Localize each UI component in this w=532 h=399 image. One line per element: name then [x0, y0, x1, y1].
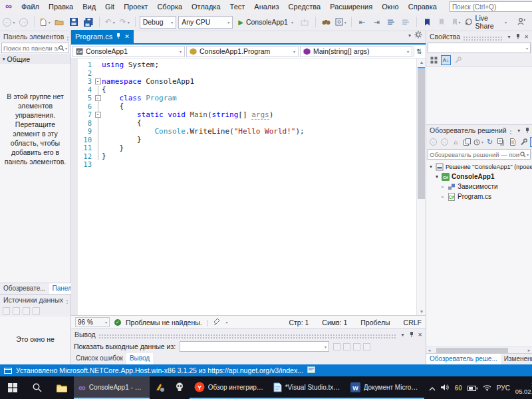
- back-icon[interactable]: ←: [428, 137, 438, 147]
- previous-bookmark-icon[interactable]: [436, 15, 448, 29]
- tree-item-csfile[interactable]: ▹C#Program.cs: [426, 192, 532, 201]
- menu-item-8[interactable]: Анализ: [249, 1, 283, 12]
- menu-item-7[interactable]: Тест: [225, 1, 250, 12]
- configure-data-source-icon[interactable]: [23, 307, 30, 315]
- clock[interactable]: 17:31 05.02.2023: [515, 380, 532, 395]
- problems-status[interactable]: Проблемы не найдены.: [126, 319, 202, 327]
- language-indicator[interactable]: РУС: [497, 384, 510, 392]
- taskbar-task-visual-studio[interactable]: ∞ConsoleApp1 - Mic...: [74, 376, 150, 399]
- horizontal-scrollbar[interactable]: ◂ ▸: [426, 346, 532, 353]
- new-file-icon[interactable]: ▾: [39, 15, 51, 29]
- file-explorer-icon[interactable]: [49, 376, 74, 399]
- uncomment-selection-icon[interactable]: [400, 15, 412, 29]
- toggle-bookmark-icon[interactable]: [421, 15, 434, 29]
- scroll-right-icon[interactable]: ▸: [526, 348, 532, 353]
- code-line-7[interactable]: 7- static void Main(string[] args): [78, 110, 416, 119]
- fold-collapse-icon[interactable]: -: [95, 78, 101, 84]
- code-editor[interactable]: 1using System;23-namespace ConsoleApp14{…: [71, 59, 426, 315]
- solution-platform-dropdown[interactable]: Any CPU▾: [178, 16, 233, 29]
- fold-collapse-icon[interactable]: -: [95, 95, 101, 101]
- pin-icon[interactable]: [513, 33, 522, 41]
- quick-search-box[interactable]: [450, 1, 532, 12]
- menu-item-3[interactable]: Git: [100, 1, 119, 12]
- editor-vertical-scrollbar[interactable]: ▴ ▾: [416, 59, 426, 315]
- code-line-6[interactable]: 6 {: [78, 102, 416, 111]
- drag-handle[interactable]: [66, 36, 69, 41]
- background-task-icon[interactable]: [307, 366, 315, 374]
- member-dropdown[interactable]: Main(string[] args)▾: [300, 46, 412, 57]
- output-source-dropdown[interactable]: ▾: [180, 341, 329, 352]
- window-options-icon[interactable]: ▾: [515, 126, 523, 135]
- drag-handle[interactable]: [463, 36, 502, 41]
- tree-item-dependencies[interactable]: ▹Зависимости: [426, 182, 532, 192]
- chevron-down-icon[interactable]: ▾: [408, 33, 411, 39]
- scroll-down-icon[interactable]: ▾: [417, 309, 426, 315]
- pending-changes-filter-icon[interactable]: ▾: [473, 137, 483, 147]
- taskbar-search-icon[interactable]: [25, 376, 49, 399]
- tree-item-csproj[interactable]: ▾C#ConsoleApp1: [426, 172, 532, 182]
- find-options-icon[interactable]: ▾: [334, 15, 347, 29]
- spaces-indicator[interactable]: Пробелы: [360, 319, 390, 327]
- fold-collapse-icon[interactable]: -: [95, 112, 101, 118]
- refresh-data-source-icon[interactable]: [33, 307, 40, 315]
- word-wrap-icon[interactable]: [363, 343, 370, 350]
- start-button[interactable]: [0, 376, 25, 399]
- volume-icon[interactable]: [441, 382, 450, 394]
- chevron-collapsed-icon[interactable]: ▹: [440, 184, 446, 190]
- toolbox-search-box[interactable]: ▾: [1, 43, 69, 53]
- menu-item-4[interactable]: Проект: [119, 1, 152, 12]
- scrollbar-thumb[interactable]: [418, 69, 425, 199]
- gear-icon[interactable]: [414, 29, 422, 41]
- toolbox-group-general[interactable]: ▾ Общие: [0, 54, 70, 64]
- fold-gutter[interactable]: -: [94, 110, 102, 119]
- alphabetical-sort-icon[interactable]: A↓: [441, 55, 451, 65]
- indent-increase-icon[interactable]: ⇥: [370, 15, 383, 29]
- chevron-collapsed-icon[interactable]: ▹: [440, 194, 446, 200]
- code-line-9[interactable]: 9 Console.WriteLine("Hello World!");: [78, 127, 416, 136]
- code-cleanup-icon[interactable]: [213, 318, 220, 327]
- previous-message-icon[interactable]: [333, 343, 340, 350]
- navigate-back-icon[interactable]: ←▾: [3, 15, 15, 29]
- cursor-line-indicator[interactable]: Стр: 1: [289, 319, 309, 327]
- menu-item-1[interactable]: Правка: [44, 1, 78, 12]
- taskbar-task-tool[interactable]: [150, 376, 170, 399]
- tree-item-solution[interactable]: ▾Решение "ConsoleApp1" (проекты: 1 из 1): [426, 162, 532, 172]
- taskbar-task-skull[interactable]: [170, 376, 190, 399]
- properties-wrench-icon[interactable]: [519, 137, 529, 147]
- taskbar-task-notepad[interactable]: *Visual Studio.txt - ...: [269, 376, 346, 399]
- battery-icon[interactable]: [467, 382, 477, 394]
- solution-explorer-title-bar[interactable]: Обозреватель решений ▾ ✕: [426, 125, 532, 136]
- code-line-5[interactable]: 5- class Program: [78, 94, 416, 102]
- close-icon[interactable]: ✕: [416, 331, 424, 339]
- wrench-icon[interactable]: [453, 55, 463, 65]
- find-in-files-icon[interactable]: [320, 15, 332, 29]
- show-all-files-icon[interactable]: [507, 137, 517, 147]
- pin-icon[interactable]: [407, 331, 416, 339]
- type-dropdown[interactable]: ConsoleApp1.Program▾: [186, 46, 299, 57]
- code-line-2[interactable]: 2: [78, 69, 416, 78]
- network-icon[interactable]: [483, 382, 491, 394]
- tab-program-cs[interactable]: Program.cs ✕: [71, 30, 134, 43]
- code-line-13[interactable]: 13: [78, 160, 416, 169]
- comment-selection-icon[interactable]: [385, 15, 398, 29]
- output-tab-1[interactable]: Вывод: [126, 353, 153, 364]
- quick-search-input[interactable]: [452, 3, 532, 11]
- taskbar-task-yandex[interactable]: YОбзор интегриров...: [190, 376, 269, 399]
- code-line-8[interactable]: 8 {: [78, 119, 416, 128]
- close-icon[interactable]: ✕: [124, 33, 130, 40]
- right-tab-0[interactable]: Обозреватель реше...: [426, 354, 501, 364]
- left-tab-0[interactable]: Обозревате...: [0, 283, 49, 294]
- solution-configuration-dropdown[interactable]: Debug▾: [140, 16, 177, 29]
- project-dropdown[interactable]: C# ConsoleApp1▾: [72, 46, 185, 57]
- indent-decrease-icon[interactable]: ⇤: [356, 15, 368, 29]
- navigate-forward-icon[interactable]: →: [17, 15, 30, 29]
- battery-percent[interactable]: 60: [455, 384, 462, 392]
- menu-item-0[interactable]: Файл: [17, 1, 44, 12]
- scroll-left-icon[interactable]: ◂: [426, 348, 432, 353]
- send-feedback-icon[interactable]: [517, 17, 525, 27]
- menu-item-10[interactable]: Расширения: [325, 1, 377, 12]
- save-all-icon[interactable]: [82, 15, 95, 29]
- drag-handle[interactable]: [98, 334, 396, 338]
- code-line-3[interactable]: 3-namespace ConsoleApp1: [78, 77, 416, 86]
- menu-item-5[interactable]: Сборка: [152, 1, 187, 12]
